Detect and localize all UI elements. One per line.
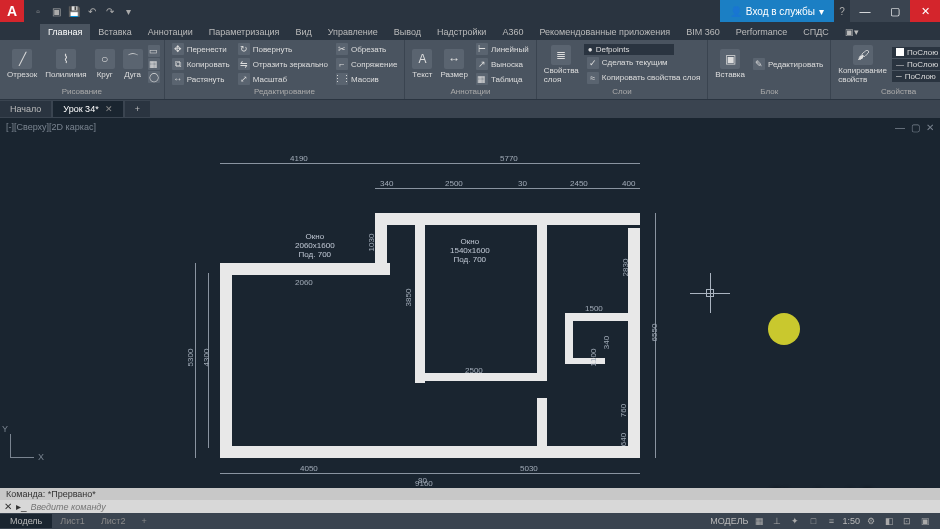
trim-button[interactable]: ✂Обрезать [333,42,400,56]
gear-icon[interactable]: ⚙ [864,514,878,528]
dim-value: 5300 [186,349,195,367]
text-button[interactable]: AТекст [409,47,435,81]
mirror-button[interactable]: ⇋Отразить зеркально [235,57,331,71]
fillet-button[interactable]: ⌐Сопряжение [333,57,400,71]
hatch-icon[interactable]: ▦ [148,58,160,70]
panel-layers-title: Слои [541,86,704,97]
tab-annotate[interactable]: Аннотации [140,24,201,40]
color-dropdown[interactable]: ПоСлою [892,47,940,58]
match-icon: ≈ [587,72,599,84]
tab-output[interactable]: Вывод [386,24,429,40]
viewport-min-icon[interactable]: — [895,122,905,133]
tab-a360[interactable]: A360 [494,24,531,40]
tab-featured[interactable]: Рекомендованные приложения [531,24,678,40]
model-label[interactable]: МОДЕЛЬ [710,516,748,526]
panel-modify-title: Редактирование [169,86,401,97]
polar-icon[interactable]: ✦ [788,514,802,528]
ortho-icon[interactable]: ⊥ [770,514,784,528]
insert-button[interactable]: ▣Вставка [712,47,748,81]
rotate-button[interactable]: ↻Повернуть [235,42,331,56]
close-tab-icon[interactable]: ✕ [105,104,113,114]
tab-insert[interactable]: Вставка [90,24,139,40]
ucs-y-label: Y [2,424,8,434]
tab-performance[interactable]: Performance [728,24,796,40]
scale-button[interactable]: ⤢Масштаб [235,72,331,86]
clean-screen-icon[interactable]: ▣ [918,514,932,528]
ellipse-icon[interactable]: ◯ [148,71,160,83]
lineweight-dropdown[interactable]: — ПоСлою [892,59,940,70]
layout1-tab[interactable]: Лист1 [52,514,93,528]
scale-dropdown[interactable]: 1:50 [842,516,860,526]
viewport-label[interactable]: [-][Сверху][2D каркас] [6,122,96,132]
panel-block: ▣Вставка ✎Редактировать Блок [708,40,831,99]
wall [565,358,605,364]
ribbon: ╱Отрезок ⌇Полилиния ○Круг ⌒Дуга ▭ ▦ ◯ Ри… [0,40,940,100]
tab-view[interactable]: Вид [287,24,319,40]
rect-icon[interactable]: ▭ [148,45,160,57]
tab-expander-icon[interactable]: ▣▾ [837,24,867,40]
insert-icon: ▣ [720,49,740,69]
hardware-icon[interactable]: ⊡ [900,514,914,528]
line-button[interactable]: ╱Отрезок [4,47,40,81]
help-icon[interactable]: ? [834,3,850,19]
qat-new-icon[interactable]: ▫ [30,3,46,19]
model-tab[interactable]: Модель [0,514,52,528]
maximize-button[interactable]: ▢ [880,0,910,22]
arc-button[interactable]: ⌒Дуга [120,47,146,81]
layout2-tab[interactable]: Лист2 [93,514,134,528]
close-button[interactable]: ✕ [910,0,940,22]
yellow-marker [768,313,800,345]
polyline-icon: ⌇ [56,49,76,69]
tab-bim360[interactable]: BIM 360 [678,24,728,40]
osnap-icon[interactable]: □ [806,514,820,528]
circle-button[interactable]: ○Круг [92,47,118,81]
dim-line [220,473,640,474]
command-close-icon[interactable]: ✕ [4,501,12,512]
new-tab-button[interactable]: + [125,101,150,117]
layer-props-button[interactable]: ≣Свойства слоя [541,43,582,86]
tab-parametric[interactable]: Параметризация [201,24,288,40]
linetype-dropdown[interactable]: ─ ПоСлою [892,71,940,82]
isolate-icon[interactable]: ◧ [882,514,896,528]
window [435,217,510,221]
tab-spds[interactable]: СПДС [795,24,837,40]
qat-save-icon[interactable]: 💾 [66,3,82,19]
copy-button[interactable]: ⧉Копировать [169,57,233,71]
layer-props-icon: ≣ [551,45,571,65]
dim-value: 1100 [589,349,598,367]
login-button[interactable]: 👤 Вход в службы ▾ [720,0,834,22]
table-button[interactable]: ▦Таблица [473,72,532,86]
linear-button[interactable]: ⊢Линейный [473,42,532,56]
tab-addins[interactable]: Надстройки [429,24,494,40]
tab-manage[interactable]: Управление [320,24,386,40]
qat-redo-icon[interactable]: ↷ [102,3,118,19]
command-input[interactable] [31,502,936,512]
start-tab[interactable]: Начало [0,101,51,117]
move-button[interactable]: ✥Перенести [169,42,233,56]
leader-button[interactable]: ↗Выноска [473,57,532,71]
file-tabs: Начало Урок 34*✕ + [0,100,940,118]
grid-snap-icon[interactable]: ▦ [752,514,766,528]
add-layout-button[interactable]: + [133,514,154,528]
make-current-button[interactable]: ✓Сделать текущим [584,56,703,70]
edit-block-button[interactable]: ✎Редактировать [750,57,826,71]
polyline-button[interactable]: ⌇Полилиния [42,47,90,81]
qat-undo-icon[interactable]: ↶ [84,3,100,19]
drawing-canvas[interactable]: [-][Сверху][2D каркас] — ▢ ✕ 4190 5770 3… [0,118,940,488]
minimize-button[interactable]: — [850,0,880,22]
app-logo[interactable]: A [0,0,24,22]
lineweight-icon[interactable]: ≡ [824,514,838,528]
qat-open-icon[interactable]: ▣ [48,3,64,19]
viewport-close-icon[interactable]: ✕ [926,122,934,133]
match-props-button[interactable]: 🖌Копирование свойств [835,43,890,86]
document-tab[interactable]: Урок 34*✕ [53,101,122,117]
array-button[interactable]: ⋮⋮Массив [333,72,400,86]
match-layer-button[interactable]: ≈Копировать свойства слоя [584,71,703,85]
layer-dropdown[interactable]: ●Defpoints [584,44,674,55]
dimension-button[interactable]: ↔Размер [437,47,471,81]
tab-home[interactable]: Главная [40,24,90,40]
qat-dropdown-icon[interactable]: ▾ [120,3,136,19]
viewport-max-icon[interactable]: ▢ [911,122,920,133]
stretch-button[interactable]: ↔Растянуть [169,72,233,86]
command-line[interactable]: ✕ ▸_ [0,500,940,513]
